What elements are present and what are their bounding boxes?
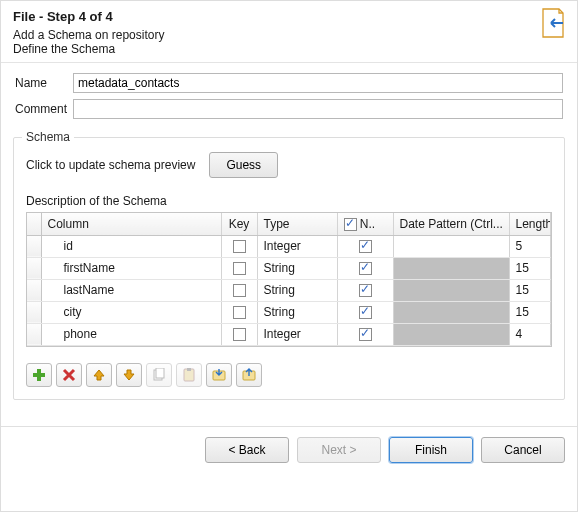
cell-length[interactable]: 15 <box>509 257 551 279</box>
col-header-nullable[interactable]: N.. <box>337 213 393 235</box>
key-checkbox-icon <box>233 284 246 297</box>
wizard-header: File - Step 4 of 4 Add a Schema on repos… <box>1 1 577 63</box>
cell-length[interactable]: 5 <box>509 235 551 257</box>
table-header-row: Column Key Type N.. Date Pattern (Ctrl..… <box>27 213 551 235</box>
cell-column[interactable]: firstName <box>41 257 221 279</box>
schema-table: Column Key Type N.. Date Pattern (Ctrl..… <box>26 212 552 347</box>
export-icon <box>242 368 256 382</box>
table-row[interactable]: cityString15 <box>27 301 551 323</box>
wizard-subtitle-2: Define the Schema <box>13 42 565 56</box>
key-checkbox-icon <box>233 262 246 275</box>
nullable-checkbox-icon <box>359 284 372 297</box>
table-row[interactable]: firstNameString15 <box>27 257 551 279</box>
cell-date-pattern[interactable] <box>393 301 509 323</box>
cell-type[interactable]: Integer <box>257 235 337 257</box>
cell-type[interactable]: Integer <box>257 323 337 345</box>
cell-length[interactable]: 15 <box>509 301 551 323</box>
key-checkbox-icon <box>233 328 246 341</box>
name-label: Name <box>15 76 73 90</box>
row-gutter <box>27 279 41 301</box>
cell-nullable[interactable] <box>337 323 393 345</box>
cell-key[interactable] <box>221 257 257 279</box>
import-icon <box>212 368 226 382</box>
cell-type[interactable]: String <box>257 279 337 301</box>
schema-desc-label: Description of the Schema <box>26 194 552 208</box>
remove-icon <box>62 368 76 382</box>
nullable-checkbox-icon <box>359 306 372 319</box>
cell-date-pattern[interactable] <box>393 235 509 257</box>
key-checkbox-icon <box>233 240 246 253</box>
nullable-header-checkbox-icon <box>344 218 357 231</box>
cell-nullable[interactable] <box>337 279 393 301</box>
import-schema-button[interactable] <box>206 363 232 387</box>
table-row[interactable]: phoneInteger4 <box>27 323 551 345</box>
footer-separator <box>1 426 577 427</box>
comment-label: Comment <box>15 102 73 116</box>
cell-column[interactable]: phone <box>41 323 221 345</box>
nullable-header-label: N.. <box>360 217 375 231</box>
cell-type[interactable]: String <box>257 257 337 279</box>
table-row[interactable]: lastNameString15 <box>27 279 551 301</box>
nullable-checkbox-icon <box>359 262 372 275</box>
cell-key[interactable] <box>221 323 257 345</box>
wizard-subtitle-1: Add a Schema on repository <box>13 28 565 42</box>
svg-rect-1 <box>33 373 45 377</box>
move-down-button[interactable] <box>116 363 142 387</box>
arrow-up-icon <box>92 368 106 382</box>
form-area: Name Comment <box>1 63 577 137</box>
schema-wizard-icon <box>539 7 567 39</box>
cancel-button[interactable]: Cancel <box>481 437 565 463</box>
copy-icon <box>152 368 166 382</box>
cell-key[interactable] <box>221 301 257 323</box>
paste-icon <box>182 368 196 382</box>
cell-type[interactable]: String <box>257 301 337 323</box>
name-input[interactable] <box>73 73 563 93</box>
wizard-title: File - Step 4 of 4 <box>13 9 565 24</box>
row-gutter-header <box>27 213 41 235</box>
row-gutter <box>27 301 41 323</box>
svg-rect-3 <box>156 368 164 378</box>
finish-button[interactable]: Finish <box>389 437 473 463</box>
col-header-key[interactable]: Key <box>221 213 257 235</box>
cell-length[interactable]: 15 <box>509 279 551 301</box>
add-row-button[interactable] <box>26 363 52 387</box>
row-gutter <box>27 235 41 257</box>
col-header-date[interactable]: Date Pattern (Ctrl... <box>393 213 509 235</box>
cell-date-pattern[interactable] <box>393 257 509 279</box>
cell-nullable[interactable] <box>337 235 393 257</box>
cell-key[interactable] <box>221 235 257 257</box>
col-header-length[interactable]: Length <box>509 213 551 235</box>
svg-rect-5 <box>187 368 191 371</box>
table-row[interactable]: idInteger5 <box>27 235 551 257</box>
cell-date-pattern[interactable] <box>393 323 509 345</box>
schema-toolbar <box>26 363 552 387</box>
cell-nullable[interactable] <box>337 257 393 279</box>
arrow-down-icon <box>122 368 136 382</box>
copy-button[interactable] <box>146 363 172 387</box>
col-header-type[interactable]: Type <box>257 213 337 235</box>
guess-button[interactable]: Guess <box>209 152 278 178</box>
row-gutter <box>27 257 41 279</box>
export-schema-button[interactable] <box>236 363 262 387</box>
schema-group: Schema Click to update schema preview Gu… <box>13 137 565 400</box>
cell-date-pattern[interactable] <box>393 279 509 301</box>
cell-column[interactable]: id <box>41 235 221 257</box>
cell-length[interactable]: 4 <box>509 323 551 345</box>
cell-key[interactable] <box>221 279 257 301</box>
schema-group-title: Schema <box>22 130 74 144</box>
row-gutter <box>27 323 41 345</box>
cell-nullable[interactable] <box>337 301 393 323</box>
nullable-checkbox-icon <box>359 240 372 253</box>
cell-column[interactable]: city <box>41 301 221 323</box>
comment-input[interactable] <box>73 99 563 119</box>
nullable-checkbox-icon <box>359 328 372 341</box>
remove-row-button[interactable] <box>56 363 82 387</box>
back-button[interactable]: < Back <box>205 437 289 463</box>
col-header-column[interactable]: Column <box>41 213 221 235</box>
add-icon <box>32 368 46 382</box>
move-up-button[interactable] <box>86 363 112 387</box>
paste-button[interactable] <box>176 363 202 387</box>
schema-preview-hint: Click to update schema preview <box>26 158 195 172</box>
cell-column[interactable]: lastName <box>41 279 221 301</box>
key-checkbox-icon <box>233 306 246 319</box>
